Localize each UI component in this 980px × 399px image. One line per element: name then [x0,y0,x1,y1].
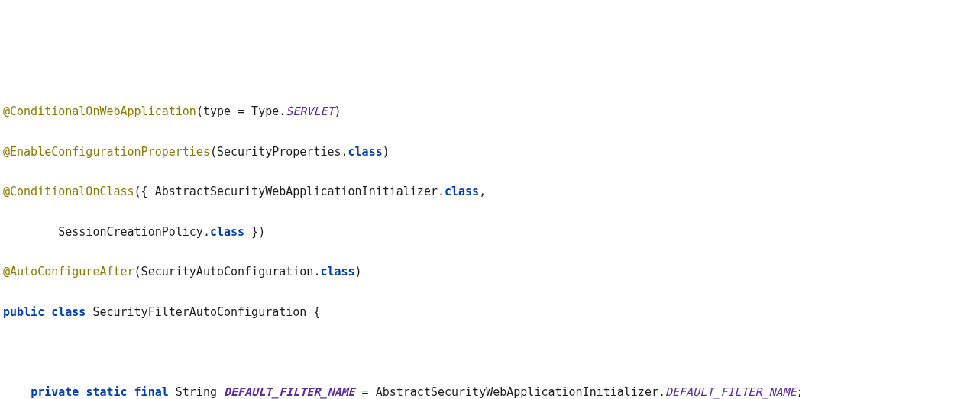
code-text: , [479,185,486,198]
keyword: final [134,385,169,399]
annotation: @EnableConfigurationProperties [3,145,210,159]
keyword: class [51,305,86,319]
code-line[interactable]: private static final String DEFAULT_FILT… [3,382,977,399]
code-text: ) [383,145,390,159]
keyword: class [348,145,383,159]
code-line[interactable]: @ConditionalOnWebApplication(type = Type… [3,101,977,121]
keyword: class [445,185,479,198]
annotation: @ConditionalOnWebApplication [3,105,196,118]
keyword: static [86,385,127,399]
code-text: (SecurityAutoConfiguration. [134,265,321,278]
code-text: (SecurityProperties. [210,145,348,159]
code-line[interactable]: @ConditionalOnClass({ AbstractSecurityWe… [3,182,977,201]
keyword: class [210,225,244,239]
code-editor[interactable]: @ConditionalOnWebApplication(type = Type… [0,80,980,399]
constant: DEFAULT_FILTER_NAME [665,385,797,399]
code-line[interactable]: SessionCreationPolicy.class }) [3,222,977,242]
code-text: ) [355,265,362,278]
code-text: }) [244,225,265,239]
keyword: public [3,305,44,319]
code-text: ) [335,105,341,118]
annotation: @AutoConfigureAfter [3,265,134,278]
code-text: ({ AbstractSecurityWebApplicationInitial… [134,185,445,198]
code-text: String [169,385,224,399]
code-text: SecurityFilterAutoConfiguration { [86,305,320,319]
keyword: class [320,265,354,278]
code-text: ; [797,385,804,399]
annotation: @ConditionalOnClass [3,185,134,198]
field-name: DEFAULT_FILTER_NAME [224,385,355,399]
code-line[interactable] [3,342,977,362]
code-line[interactable]: public class SecurityFilterAutoConfigura… [3,302,977,322]
keyword: private [31,385,79,399]
code-text: (type = Type. [196,105,286,118]
indent [3,385,31,399]
code-text: = AbstractSecurityWebApplicationInitiali… [355,385,665,399]
code-text: SessionCreationPolicy. [58,225,210,239]
code-line[interactable]: @AutoConfigureAfter(SecurityAutoConfigur… [3,262,977,282]
constant: SERVLET [286,105,334,118]
indent [3,225,58,239]
code-line[interactable]: @EnableConfigurationProperties(SecurityP… [3,142,977,162]
